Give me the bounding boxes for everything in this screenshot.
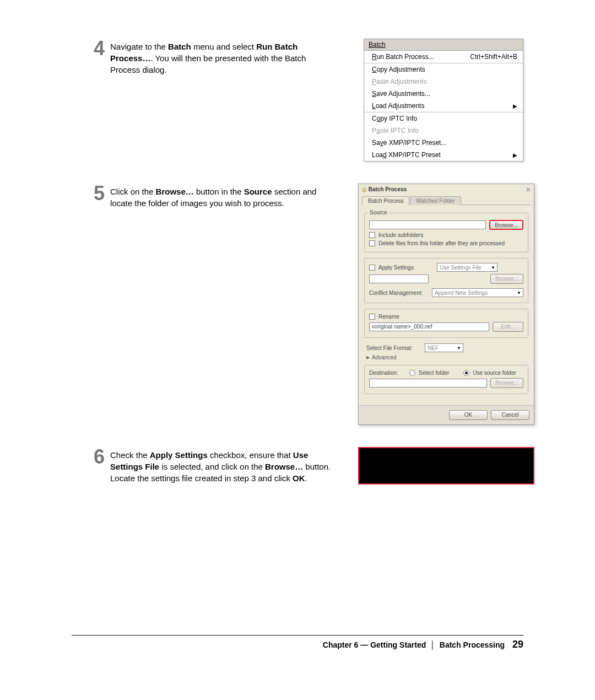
step-4-image: Batch Run Batch Process... Ctrl+Shift+Al… xyxy=(358,39,523,161)
file-format-select[interactable]: NEF ▼ xyxy=(425,343,463,352)
settings-source-select[interactable]: Use Settings File ▼ xyxy=(437,263,497,272)
dialog-title: Batch Process xyxy=(369,186,407,192)
source-label: Source xyxy=(368,209,389,216)
page-footer: Chapter 6 — Getting Started │ Batch Proc… xyxy=(72,635,523,650)
chevron-down-icon: ▼ xyxy=(491,265,495,270)
conflict-label: Conflict Management: xyxy=(369,290,429,296)
delete-after-checkbox[interactable] xyxy=(369,240,375,246)
destination-label: Destination: xyxy=(369,370,398,376)
dialog-body: Source Browse... Include subfolders Dele… xyxy=(362,204,531,402)
step-5-image: ◎ Batch Process × Batch Process Watched … xyxy=(358,184,534,425)
step-body: Check the Apply Settings checkbox, ensur… xyxy=(110,447,336,484)
radio-use-source[interactable] xyxy=(463,370,469,376)
step-6: 6 Check the Apply Settings checkbox, ens… xyxy=(94,447,523,484)
step-number: 6 xyxy=(94,447,105,484)
menu-copy-iptc[interactable]: Copy IPTC Info xyxy=(364,112,523,125)
source-path-input[interactable] xyxy=(369,220,486,229)
include-subfolders-checkbox[interactable] xyxy=(369,232,375,238)
batch-menu: Batch Run Batch Process... Ctrl+Shift+Al… xyxy=(364,39,523,161)
edit-rename-button[interactable]: Edit... xyxy=(493,322,523,332)
batch-process-dialog: ◎ Batch Process × Batch Process Watched … xyxy=(358,184,534,425)
footer-section: Batch Processing xyxy=(440,640,505,649)
footer-chapter: Chapter 6 — Getting Started xyxy=(323,640,426,649)
step-number: 4 xyxy=(94,39,105,76)
step-number: 5 xyxy=(94,184,105,209)
apply-settings-section: Apply Settings Use Settings File ▼ Brows… xyxy=(364,258,528,303)
include-subfolders-label: Include subfolders xyxy=(378,232,423,238)
chevron-down-icon: ▼ xyxy=(457,346,461,351)
menu-run-batch[interactable]: Run Batch Process... Ctrl+Shift+Alt+B xyxy=(364,51,523,63)
tab-batch-process[interactable]: Batch Process xyxy=(362,196,409,205)
menu-paste-iptc: Paste IPTC Info xyxy=(364,125,523,137)
dialog-app-icon: ◎ xyxy=(362,186,367,192)
file-format-label: Select File Format: xyxy=(366,345,421,351)
menu-title[interactable]: Batch xyxy=(364,39,523,51)
menu-load-adjustments[interactable]: Load Adjustments ▶ xyxy=(364,100,523,112)
menu-copy-adjustments[interactable]: Copy Adjustments xyxy=(364,63,523,76)
menu-save-xmp-preset[interactable]: Save XMP/IPTC Preset... xyxy=(364,137,523,149)
dialog-titlebar[interactable]: ◎ Batch Process × xyxy=(359,184,534,196)
apply-settings-checkbox[interactable] xyxy=(369,265,375,271)
advanced-toggle[interactable]: ▶ Advanced xyxy=(366,354,526,360)
step-5: 5 Click on the Browse… button in the Sou… xyxy=(94,184,523,425)
menu-save-adjustments[interactable]: Save Adjustments... xyxy=(364,88,523,100)
cancel-button[interactable]: Cancel xyxy=(491,410,529,420)
highlighted-crop xyxy=(358,447,534,484)
menu-shortcut: Ctrl+Shift+Alt+B xyxy=(470,53,517,61)
close-icon[interactable]: × xyxy=(526,187,531,192)
delete-after-label: Delete files from this folder after they… xyxy=(378,240,505,246)
destination-section: Destination: Select folder Use source fo… xyxy=(364,365,528,394)
dialog-footer: OK Cancel xyxy=(359,405,534,424)
rename-pattern-input[interactable]: <original name>_000.nef xyxy=(369,322,489,331)
tab-watched-folder[interactable]: Watched Folder xyxy=(410,196,461,205)
conflict-management-select[interactable]: Append New Settings ▼ xyxy=(432,288,523,297)
destination-path-input[interactable] xyxy=(369,379,487,387)
rename-label: Rename xyxy=(378,314,399,320)
apply-settings-label: Apply Settings xyxy=(378,265,434,271)
menu-load-xmp-preset[interactable]: Load XMP/IPTC Preset ▶ xyxy=(364,149,523,161)
menu-paste-adjustments: Paste Adjustments xyxy=(364,76,523,88)
rename-section: Rename <original name>_000.nef Edit... xyxy=(364,309,528,338)
submenu-arrow-icon: ▶ xyxy=(513,152,517,158)
chevron-down-icon: ▼ xyxy=(517,290,521,295)
step-body: Click on the Browse… button in the Sourc… xyxy=(110,184,336,209)
rename-checkbox[interactable] xyxy=(369,314,375,320)
settings-file-input[interactable] xyxy=(369,274,429,283)
radio-select-folder[interactable] xyxy=(409,370,415,376)
browse-settings-button[interactable]: Browse... xyxy=(490,274,523,284)
ok-button[interactable]: OK xyxy=(449,410,488,420)
step-4: 4 Navigate to the Batch menu and select … xyxy=(94,39,523,161)
browse-destination-button[interactable]: Browse... xyxy=(490,378,523,388)
step-6-image xyxy=(358,447,534,484)
page-number: 29 xyxy=(512,639,523,650)
triangle-right-icon: ▶ xyxy=(366,355,370,360)
source-section: Source Browse... Include subfolders Dele… xyxy=(364,213,528,252)
submenu-arrow-icon: ▶ xyxy=(513,103,517,109)
step-body: Navigate to the Batch menu and select Ru… xyxy=(110,39,336,76)
browse-source-button[interactable]: Browse... xyxy=(489,220,523,230)
dialog-tabs: Batch Process Watched Folder xyxy=(359,196,534,204)
